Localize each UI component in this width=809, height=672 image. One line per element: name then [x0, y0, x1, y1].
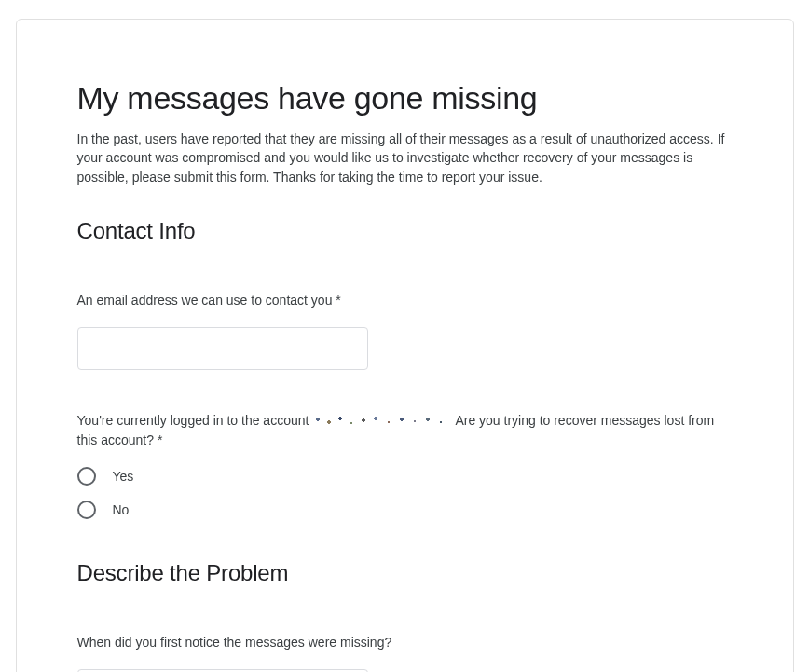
- contact-info-heading: Contact Info: [77, 218, 733, 244]
- email-input[interactable]: [77, 327, 368, 370]
- page-title: My messages have gone missing: [77, 80, 733, 117]
- date-label: When did you first notice the messages w…: [77, 633, 733, 652]
- intro-paragraph: In the past, users have reported that th…: [77, 130, 733, 186]
- radio-circle-icon[interactable]: [77, 501, 96, 519]
- radio-label-no: No: [113, 502, 130, 517]
- email-label: An email address we can use to contact y…: [77, 291, 733, 310]
- obscured-account-identifier: [312, 415, 452, 428]
- account-radio-group: Yes No: [77, 467, 733, 519]
- logged-in-prefix: You're currently logged in to the accoun…: [77, 413, 313, 428]
- radio-circle-icon[interactable]: [77, 467, 96, 486]
- email-field-block: An email address we can use to contact y…: [77, 291, 733, 370]
- account-confirm-block: You're currently logged in to the accoun…: [77, 411, 733, 519]
- radio-label-yes: Yes: [113, 469, 134, 484]
- radio-option-yes[interactable]: Yes: [77, 467, 733, 486]
- date-field-block: When did you first notice the messages w…: [77, 633, 733, 672]
- form-container: My messages have gone missing In the pas…: [16, 19, 794, 672]
- describe-problem-heading: Describe the Problem: [77, 560, 733, 586]
- radio-option-no[interactable]: No: [77, 501, 733, 519]
- account-confirm-label: You're currently logged in to the accoun…: [77, 411, 733, 450]
